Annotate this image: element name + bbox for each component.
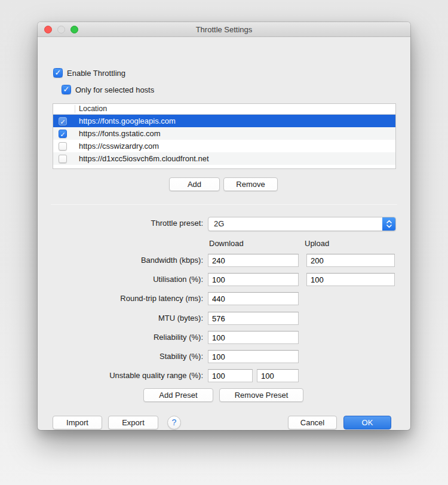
host-url: https://d1xcc5iosvch6m.cloudfront.net: [79, 154, 209, 163]
host-row-gstatic[interactable]: https://fonts.gstatic.com: [53, 127, 395, 140]
stability-label: Stability (%):: [38, 352, 203, 361]
location-column-header: Location: [79, 104, 107, 114]
stability-row: Stability (%):: [38, 350, 410, 364]
import-button[interactable]: Import: [53, 416, 102, 429]
host-url: https://fonts.googleapis.com: [79, 116, 176, 125]
enable-throttling-checkbox[interactable]: [53, 68, 63, 78]
mtu-label: MTU (bytes):: [38, 314, 203, 323]
host-checkbox[interactable]: [59, 142, 67, 151]
enable-throttling-label: Enable Throttling: [67, 69, 125, 78]
latency-row: Round-trip latency (ms):: [38, 292, 410, 306]
cancel-button[interactable]: Cancel: [288, 416, 337, 429]
host-url: https://fonts.gstatic.com: [79, 129, 161, 138]
reliability-label: Reliability (%):: [38, 333, 203, 342]
throttle-preset-label: Throttle preset:: [38, 219, 203, 228]
mtu-row: MTU (bytes):: [38, 312, 410, 326]
latency-label: Round-trip latency (ms):: [38, 294, 203, 303]
reliability-input[interactable]: [208, 331, 299, 344]
mtu-input[interactable]: [208, 312, 299, 325]
window-title: Throttle Settings: [38, 22, 410, 37]
host-row-googleapis[interactable]: https://fonts.googleapis.com: [53, 115, 395, 127]
throttle-preset-value: 2G: [214, 217, 224, 231]
only-selected-hosts-checkbox-row[interactable]: Only for selected hosts: [62, 84, 154, 96]
help-button[interactable]: ?: [167, 416, 181, 429]
throttle-preset-select[interactable]: 2G: [208, 217, 396, 231]
latency-input[interactable]: [208, 292, 299, 305]
host-row-cloudfront[interactable]: https://d1xcc5iosvch6m.cloudfront.net: [53, 152, 395, 165]
section-divider: [51, 204, 397, 205]
add-preset-button[interactable]: Add Preset: [143, 388, 213, 402]
ok-button[interactable]: OK: [343, 416, 391, 429]
utilisation-row: Utilisation (%):: [38, 273, 410, 287]
remove-preset-button[interactable]: Remove Preset: [219, 388, 303, 402]
throttle-preset-row: Throttle preset: 2G: [38, 217, 410, 231]
utilisation-label: Utilisation (%):: [38, 275, 203, 284]
add-host-button[interactable]: Add: [169, 177, 220, 191]
column-separator: [75, 105, 75, 113]
host-row-csswizardry[interactable]: https://csswizardry.com: [53, 140, 395, 152]
only-selected-hosts-label: Only for selected hosts: [75, 85, 154, 94]
bandwidth-upload-input[interactable]: [306, 254, 395, 267]
export-button[interactable]: Export: [108, 416, 158, 429]
bandwidth-download-input[interactable]: [208, 254, 299, 267]
titlebar[interactable]: Throttle Settings: [38, 22, 410, 37]
unstable-range-max-input[interactable]: [257, 369, 299, 382]
hosts-table-header[interactable]: Location: [53, 104, 395, 115]
bandwidth-label: Bandwidth (kbps):: [38, 256, 203, 265]
reliability-row: Reliability (%):: [38, 331, 410, 345]
download-column-header: Download: [209, 239, 244, 248]
upload-column-header: Upload: [305, 239, 329, 248]
host-checkbox[interactable]: [59, 130, 67, 138]
host-checkbox[interactable]: [59, 117, 67, 125]
hosts-table: Location https://fonts.googleapis.com ht…: [53, 103, 396, 169]
utilisation-upload-input[interactable]: [306, 273, 395, 286]
dialog-content: Enable Throttling Only for selected host…: [38, 37, 410, 430]
throttle-settings-window: Throttle Settings Enable Throttling Only…: [38, 22, 410, 430]
unstable-quality-range-row: Unstable quality range (%):: [38, 369, 410, 383]
stability-input[interactable]: [208, 350, 299, 363]
utilisation-download-input[interactable]: [208, 273, 299, 286]
column-headers-row: Download Upload: [38, 237, 410, 251]
bandwidth-row: Bandwidth (kbps):: [38, 254, 410, 268]
only-selected-hosts-checkbox[interactable]: [62, 85, 71, 94]
updown-chevrons-icon: [382, 217, 395, 231]
host-url: https://csswizardry.com: [79, 142, 159, 151]
host-checkbox[interactable]: [59, 155, 67, 163]
enable-throttling-checkbox-row[interactable]: Enable Throttling: [53, 67, 125, 79]
remove-host-button[interactable]: Remove: [223, 177, 278, 191]
unstable-quality-range-label: Unstable quality range (%):: [38, 371, 203, 380]
unstable-range-min-input[interactable]: [208, 369, 253, 382]
